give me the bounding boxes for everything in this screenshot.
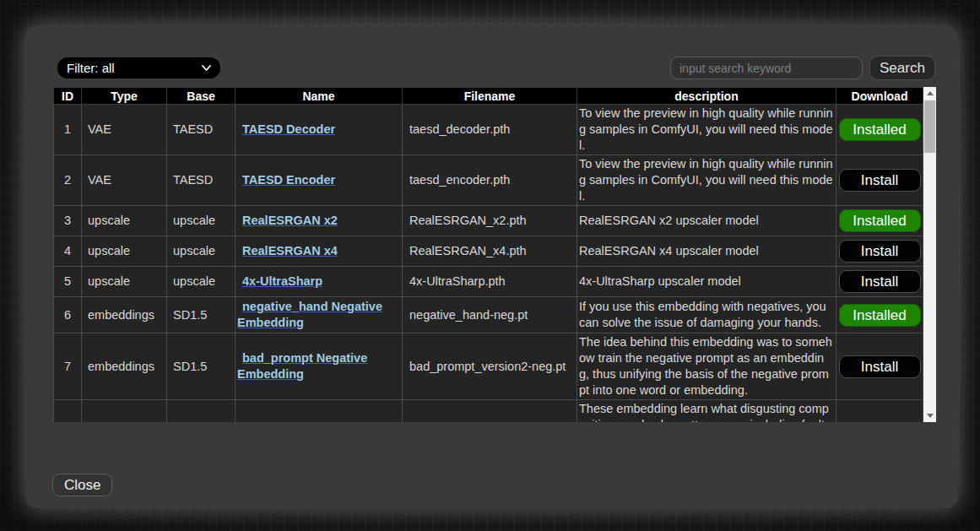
model-filename-cell: taesd_encoder.pth [403, 155, 577, 206]
installed-button[interactable]: Installed [839, 209, 921, 232]
column-header-id: ID [54, 88, 82, 105]
column-header-description: description [577, 88, 837, 105]
table-row: 5upscaleupscale4x-UltraSharp4x-UltraShar… [54, 267, 923, 297]
model-filename-cell: taesd_decoder.pth [403, 105, 577, 155]
model-type-cell: upscale [82, 267, 167, 297]
model-description-cell: 4x-UltraSharp upscaler model [577, 267, 837, 297]
model-type-cell: VAE [82, 155, 167, 206]
install-models-dialog: Filter: all Search IDTypeBaseNameFilenam… [25, 25, 958, 508]
model-id-cell [54, 400, 82, 423]
model-id-cell: 4 [54, 236, 82, 267]
column-header-filename: Filename [403, 88, 577, 105]
table-header-row: IDTypeBaseNameFilenamedescriptionDownloa… [54, 88, 923, 105]
table-scrollbar[interactable] [923, 87, 936, 422]
column-header-name: Name [236, 88, 403, 105]
filter-dropdown-label: Filter: all [67, 61, 115, 75]
model-type-cell: embeddings [82, 333, 167, 400]
chevron-down-icon [201, 64, 212, 72]
model-name-cell: 4x-UltraSharp [236, 267, 403, 297]
model-base-cell: SD1.5 [167, 333, 236, 400]
model-name-cell [236, 400, 403, 423]
table-row: These embedding learn what disgusting co… [54, 400, 923, 423]
model-base-cell: upscale [167, 267, 236, 297]
model-description-cell: To view the preview in high quality whil… [577, 155, 837, 206]
model-id-cell: 1 [54, 105, 82, 155]
model-description-cell: These embedding learn what disgusting co… [577, 400, 837, 423]
model-filename-cell [403, 400, 577, 423]
model-download-cell: Installed [837, 105, 923, 155]
model-download-cell: Installed [837, 206, 923, 236]
column-header-download: Download [837, 88, 923, 105]
scrollbar-thumb[interactable] [924, 100, 935, 153]
model-name-cell: negative_hand Negative Embedding [236, 297, 403, 333]
model-filename-cell: 4x-UltraSharp.pth [403, 267, 577, 297]
model-download-cell: Install [837, 236, 923, 267]
models-table-container: IDTypeBaseNameFilenamedescriptionDownloa… [53, 87, 923, 422]
model-id-cell: 5 [54, 267, 82, 297]
model-id-cell: 3 [54, 206, 82, 236]
model-type-cell [82, 400, 167, 423]
model-base-cell [167, 400, 236, 423]
model-filename-cell: RealESRGAN_x2.pth [403, 206, 577, 236]
table-row: 1VAETAESDTAESD Decodertaesd_decoder.pthT… [54, 105, 923, 155]
close-button[interactable]: Close [52, 474, 112, 496]
column-header-base: Base [167, 88, 236, 105]
model-name-link[interactable]: TAESD Decoder [242, 122, 335, 136]
table-row: 3upscaleupscaleRealESRGAN x2RealESRGAN_x… [54, 206, 923, 236]
model-id-cell: 7 [54, 333, 82, 400]
model-filename-cell: negative_hand-neg.pt [403, 297, 577, 333]
model-type-cell: upscale [82, 236, 167, 267]
model-download-cell: Install [837, 267, 923, 297]
model-name-link[interactable]: RealESRGAN x2 [242, 214, 338, 227]
model-name-link[interactable]: 4x-UltraSharp [242, 274, 322, 288]
table-row: 6embeddingsSD1.5negative_hand Negative E… [54, 297, 923, 333]
installed-button[interactable]: Installed [839, 118, 921, 141]
model-name-cell: RealESRGAN x4 [236, 236, 403, 267]
model-description-cell: RealESRGAN x2 upscaler model [577, 206, 837, 236]
model-id-cell: 6 [54, 297, 82, 333]
model-download-cell: Install [837, 333, 923, 400]
model-description-cell: RealESRGAN x4 upscaler model [577, 236, 837, 267]
model-filename-cell: bad_prompt_version2-neg.pt [403, 333, 577, 400]
filter-dropdown[interactable]: Filter: all [57, 57, 220, 79]
model-type-cell: embeddings [82, 297, 167, 333]
table-row: 4upscaleupscaleRealESRGAN x4RealESRGAN_x… [54, 236, 923, 267]
column-header-type: Type [82, 88, 167, 105]
model-base-cell: SD1.5 [167, 297, 236, 333]
model-base-cell: TAESD [167, 105, 236, 155]
model-base-cell: upscale [167, 236, 236, 267]
scrollbar-up-arrow-icon[interactable] [923, 87, 936, 100]
scrollbar-down-arrow-icon[interactable] [923, 409, 936, 422]
model-description-cell: The idea behind this embedding was to so… [577, 333, 837, 400]
model-id-cell: 2 [54, 155, 82, 206]
installed-button[interactable]: Installed [839, 304, 921, 327]
model-download-cell: Install [837, 155, 923, 206]
model-download-cell: Installed [837, 297, 923, 333]
model-filename-cell: RealESRGAN_x4.pth [403, 236, 577, 267]
model-name-link[interactable]: bad_prompt Negative Embedding [237, 351, 367, 381]
model-name-cell: TAESD Encoder [236, 155, 403, 206]
model-base-cell: TAESD [167, 155, 236, 206]
model-description-cell: To view the preview in high quality whil… [577, 105, 837, 155]
model-type-cell: VAE [82, 105, 167, 155]
search-input[interactable] [670, 57, 863, 79]
model-base-cell: upscale [167, 206, 236, 236]
search-button[interactable]: Search [869, 56, 935, 80]
model-name-cell: TAESD Decoder [236, 105, 403, 155]
install-button[interactable]: Install [839, 270, 921, 293]
model-name-link[interactable]: RealESRGAN x4 [242, 244, 338, 257]
model-description-cell: If you use this embedding with negatives… [577, 297, 837, 333]
model-type-cell: upscale [82, 206, 167, 236]
install-button[interactable]: Install [839, 169, 921, 192]
table-row: 7embeddingsSD1.5bad_prompt Negative Embe… [54, 333, 923, 400]
model-download-cell [837, 400, 923, 423]
models-table: IDTypeBaseNameFilenamedescriptionDownloa… [53, 87, 923, 422]
model-name-link[interactable]: TAESD Encoder [242, 173, 335, 187]
model-name-cell: bad_prompt Negative Embedding [236, 333, 403, 400]
model-name-cell: RealESRGAN x2 [236, 206, 403, 236]
install-button[interactable]: Install [839, 355, 921, 378]
install-button[interactable]: Install [839, 240, 921, 263]
table-row: 2VAETAESDTAESD Encodertaesd_encoder.pthT… [54, 155, 923, 206]
model-name-link[interactable]: negative_hand Negative Embedding [237, 300, 382, 329]
